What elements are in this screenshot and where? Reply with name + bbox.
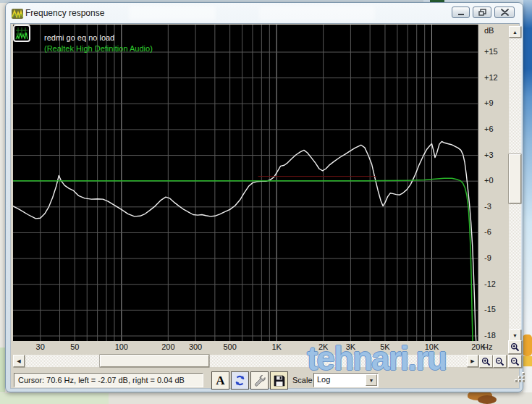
scale-dropdown-value: Log	[317, 375, 330, 384]
db-tick-label: +0	[484, 176, 494, 185]
freq-tick-label: 50	[63, 342, 86, 351]
titlebar[interactable]: Frequency response	[6, 3, 523, 23]
db-tick-label: +3	[484, 151, 494, 159]
db-tick-label: +9	[484, 98, 494, 107]
vertical-zoom-in-button[interactable]	[508, 340, 522, 354]
restore-button[interactable]	[473, 7, 491, 18]
cursor-readout: Cursor: 70.6 Hz, left = -2.07 dB, right …	[14, 373, 203, 387]
titlebar-glass-reflection	[259, 6, 375, 20]
down-arrow-icon: ▼	[512, 333, 518, 338]
horizontal-scrollbar-thumb[interactable]	[100, 355, 209, 367]
window-title: Frequency response	[25, 3, 104, 23]
scroll-left-button[interactable]: ◀	[13, 355, 25, 367]
freq-tick-label: 200	[156, 342, 180, 351]
desktop-yellow-fragment	[523, 356, 532, 366]
db-unit-label: dB	[484, 26, 494, 35]
vertical-scrollbar-thumb[interactable]	[509, 154, 521, 203]
save-button[interactable]	[270, 371, 288, 390]
frequency-axis: 30501002003005001K2K3K5K10K20K	[13, 341, 478, 355]
freq-tick-label: 1K	[265, 342, 288, 351]
frequency-response-window: Frequency response redmi go eq no load (…	[5, 2, 523, 392]
desktop-mascot-blob-2	[478, 395, 497, 404]
spectrum-legend-icon	[13, 25, 30, 42]
freq-tick-label: 500	[219, 342, 242, 351]
plot-canvas	[13, 25, 478, 341]
scale-label: Scale	[292, 376, 313, 384]
zoom-out-icon	[495, 357, 504, 366]
db-axis: +15+12+9+6+3+0-3-6-9-12-15-18	[480, 25, 509, 341]
db-tick-label: -6	[484, 227, 491, 236]
db-tick-label: -12	[484, 279, 496, 288]
zoom-out-icon	[510, 357, 520, 366]
scale-dropdown[interactable]: Log ▼	[313, 373, 379, 387]
left-arrow-icon: ◀	[17, 358, 20, 363]
db-tick-label: +6	[484, 125, 494, 133]
legend-line-1: redmi go eq no load	[44, 33, 114, 42]
db-tick-label: +15	[484, 47, 498, 56]
horizontal-scrollbar[interactable]: ◀ ▶	[13, 355, 478, 367]
freq-tick-label: 3K	[339, 342, 362, 351]
frequency-response-plot[interactable]: redmi go eq no load (Realtek High Defini…	[13, 25, 478, 341]
db-tick-label: -9	[484, 253, 491, 262]
hz-unit-label: Hz	[483, 342, 492, 351]
save-floppy-icon	[274, 375, 285, 387]
zoom-in-icon	[481, 357, 491, 366]
close-button[interactable]	[494, 7, 515, 18]
desktop-orange-blob	[523, 334, 532, 356]
freq-tick-label: 300	[184, 342, 207, 351]
scroll-up-button[interactable]: ▲	[509, 26, 521, 38]
wrench-icon	[253, 374, 266, 387]
db-tick-label: -15	[484, 305, 496, 313]
up-arrow-icon: ▲	[512, 30, 518, 35]
freq-tick-label: 10K	[420, 342, 443, 351]
vertical-scrollbar[interactable]: ▲ ▼	[509, 26, 521, 341]
refresh-icon	[234, 374, 246, 387]
curve-redmi-go-eq-no-load	[13, 142, 476, 342]
refresh-button[interactable]	[231, 371, 249, 390]
horizontal-zoom-out-button[interactable]	[493, 355, 507, 368]
scroll-down-button[interactable]: ▼	[509, 329, 521, 341]
zoom-in-icon	[510, 342, 520, 352]
db-tick-label: -3	[484, 202, 491, 211]
scroll-right-button[interactable]: ▶	[467, 355, 478, 367]
freq-tick-label: 30	[29, 342, 52, 351]
minimize-button[interactable]	[452, 7, 470, 18]
freq-tick-label: 2K	[312, 342, 335, 351]
freq-tick-label: 5K	[373, 342, 397, 351]
db-tick-label: +12	[484, 73, 498, 82]
chevron-down-icon: ▼	[369, 378, 374, 383]
horizontal-zoom-in-button[interactable]	[479, 355, 493, 368]
dropdown-arrow-button[interactable]: ▼	[366, 374, 377, 386]
legend-line-2: (Realtek High Definition Audio)	[44, 44, 153, 53]
settings-button[interactable]	[250, 371, 269, 390]
resize-grip[interactable]	[514, 371, 525, 383]
freq-tick-label: 100	[110, 342, 133, 351]
curve--realtek-high-definition-audio-	[13, 178, 473, 341]
desktop-bottom-green	[0, 393, 109, 404]
app-icon	[11, 7, 24, 20]
right-arrow-icon: ▶	[470, 358, 474, 363]
titlebar-glass-reflection	[129, 6, 216, 20]
db-tick-label: -18	[484, 331, 496, 340]
font-button[interactable]: A	[211, 371, 229, 390]
desktop-left-green	[0, 348, 5, 392]
vertical-zoom-out-button[interactable]	[508, 355, 522, 368]
